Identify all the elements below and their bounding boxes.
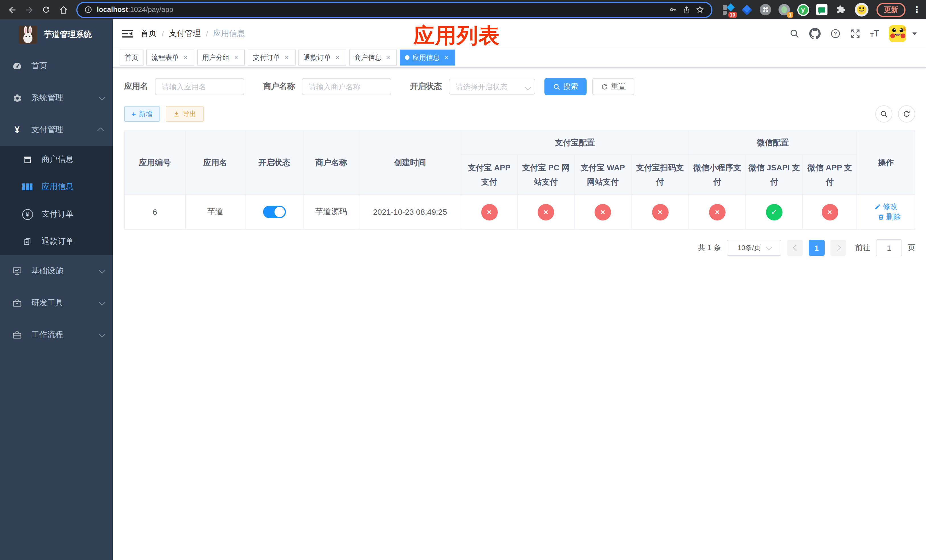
extension-badge: 10 xyxy=(728,12,737,18)
browser-menu-icon[interactable]: ⋮ xyxy=(912,5,921,15)
chevron-down-icon xyxy=(99,299,106,306)
search-icon[interactable] xyxy=(789,29,800,39)
tab-merchant-info[interactable]: 商户信息× xyxy=(349,50,397,65)
chevron-left-icon xyxy=(793,245,799,251)
sidebar: 芋道管理系统 首页 系统管理 ¥ 支付管理 xyxy=(0,20,113,560)
app-logo[interactable]: 芋道管理系统 xyxy=(0,20,113,50)
search-button[interactable]: 搜索 xyxy=(545,78,587,95)
forward-icon xyxy=(24,5,34,15)
sidebar-item-merchant[interactable]: 商户信息 xyxy=(0,146,113,173)
cell-create-time: 2021-10-23 08:49:25 xyxy=(359,195,461,229)
update-button[interactable]: 更新 xyxy=(876,3,905,17)
hamburger-button[interactable] xyxy=(122,29,133,38)
extensions-menu-icon[interactable] xyxy=(834,3,847,16)
coin-yen-icon: ¥ xyxy=(22,209,33,219)
sidebar-item-home[interactable]: 首页 xyxy=(0,50,113,82)
toolbox-icon xyxy=(11,298,23,308)
merchant-name-input[interactable] xyxy=(302,78,391,95)
sidebar-item-refund-order[interactable]: 退款订单 xyxy=(0,228,113,255)
page-size-select[interactable]: 10条/页 xyxy=(727,240,781,256)
url-bar[interactable]: localhost:1024/pay/app xyxy=(77,3,711,17)
breadcrumb-current: 应用信息 xyxy=(213,29,245,39)
browser-reload-button[interactable] xyxy=(39,2,53,17)
close-icon[interactable]: × xyxy=(384,54,392,61)
sidebar-item-label: 退款订单 xyxy=(42,236,104,247)
open-status-select[interactable] xyxy=(449,79,535,95)
tab-refund-order[interactable]: 退款订单× xyxy=(298,50,346,65)
browser-forward-button[interactable] xyxy=(22,2,36,17)
browser-back-button[interactable] xyxy=(5,2,20,17)
breadcrumb-pay[interactable]: 支付管理 xyxy=(169,29,201,39)
sidebar-submenu-pay: 商户信息 应用信息 ¥ 支付订单 退款订单 xyxy=(0,146,113,255)
key-icon[interactable] xyxy=(669,5,678,14)
goto-unit: 页 xyxy=(908,243,915,253)
open-status-select-input[interactable] xyxy=(449,79,535,95)
info-icon[interactable] xyxy=(84,6,92,14)
close-icon[interactable]: × xyxy=(334,54,341,61)
logo-avatar xyxy=(19,26,37,44)
reset-button[interactable]: 重置 xyxy=(592,78,634,95)
show-search-button[interactable] xyxy=(875,105,893,123)
refresh-table-button[interactable] xyxy=(898,105,915,123)
page-1-button[interactable]: 1 xyxy=(809,240,825,256)
page-annotation: 应用列表 xyxy=(413,22,500,50)
briefcase-icon xyxy=(11,330,23,340)
caret-down-icon[interactable] xyxy=(912,32,917,35)
browser-toolbar: localhost:1024/pay/app 10 ⌘ 1 xyxy=(0,0,926,20)
close-icon[interactable]: × xyxy=(232,54,240,61)
extension-icon-1[interactable]: 10 xyxy=(722,3,734,16)
app-name-input[interactable] xyxy=(155,78,244,95)
prev-page-button[interactable] xyxy=(787,240,803,256)
extension-icon-6[interactable] xyxy=(816,3,828,16)
tab-user-group[interactable]: 用户分组× xyxy=(197,50,245,65)
help-icon[interactable]: ? xyxy=(830,29,841,39)
edit-link[interactable]: 修改 xyxy=(874,202,897,212)
goto-page-input[interactable] xyxy=(876,239,902,256)
delete-link[interactable]: 删除 xyxy=(878,212,901,222)
tab-process-form[interactable]: 流程表单× xyxy=(146,50,194,65)
add-button[interactable]: + 新增 xyxy=(124,106,160,122)
export-button[interactable]: 导出 xyxy=(165,106,204,122)
goto-label: 前往 xyxy=(855,243,870,253)
sidebar-item-dev-tools[interactable]: 研发工具 xyxy=(0,287,113,319)
extension-icon-2[interactable] xyxy=(740,3,753,16)
col-header-alipay-pc: 支付宝 PC 网站支付 xyxy=(517,155,574,195)
extension-icon-3[interactable]: ⌘ xyxy=(759,3,772,16)
app-name-label: 应用名 xyxy=(124,82,148,92)
sidebar-item-label: 应用信息 xyxy=(42,182,104,192)
sidebar-item-pay[interactable]: ¥ 支付管理 xyxy=(0,114,113,146)
tab-home[interactable]: 首页 xyxy=(120,50,144,65)
status-toggle[interactable] xyxy=(263,206,286,218)
sidebar-item-label: 首页 xyxy=(31,61,104,71)
extension-icon-4[interactable]: 1 xyxy=(778,3,790,16)
close-icon[interactable]: × xyxy=(283,54,291,61)
extension-icon-5[interactable]: y xyxy=(797,3,809,16)
share-icon[interactable] xyxy=(682,5,691,14)
sidebar-item-pay-order[interactable]: ¥ 支付订单 xyxy=(0,201,113,228)
tab-app-info[interactable]: 应用信息× xyxy=(400,50,455,65)
sidebar-item-system[interactable]: 系统管理 xyxy=(0,82,113,114)
sidebar-item-label: 基础设施 xyxy=(31,266,99,276)
close-icon[interactable]: × xyxy=(442,54,450,61)
sidebar-item-infra[interactable]: 基础设施 xyxy=(0,255,113,287)
fullscreen-icon[interactable] xyxy=(850,29,861,39)
user-avatar[interactable] xyxy=(889,25,906,42)
close-icon[interactable]: × xyxy=(182,54,189,61)
sidebar-item-label: 系统管理 xyxy=(31,93,99,103)
tab-pay-order[interactable]: 支付订单× xyxy=(248,50,295,65)
github-icon[interactable] xyxy=(809,28,821,39)
pagination: 共 1 条 10条/页 1 前往 页 xyxy=(124,239,915,256)
font-size-icon[interactable]: TT xyxy=(870,29,879,38)
breadcrumb-home[interactable]: 首页 xyxy=(141,29,157,39)
browser-home-button[interactable] xyxy=(56,2,71,17)
next-page-button[interactable] xyxy=(830,240,846,256)
extension-glyph xyxy=(723,11,727,15)
bookmark-star-icon[interactable] xyxy=(695,5,705,14)
download-icon xyxy=(173,110,180,117)
table-toolbar: + 新增 导出 xyxy=(124,105,915,123)
extension-glyph xyxy=(727,3,735,11)
sidebar-item-app[interactable]: 应用信息 xyxy=(0,173,113,201)
sidebar-item-workflow[interactable]: 工作流程 xyxy=(0,319,113,351)
browser-profile-avatar[interactable] xyxy=(855,3,869,17)
sidebar-item-label: 研发工具 xyxy=(31,298,99,308)
